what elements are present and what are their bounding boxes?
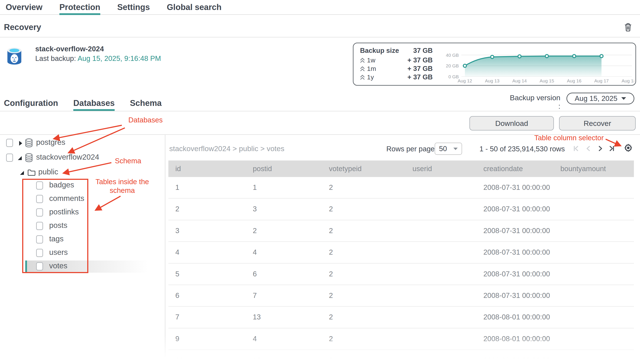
tab-label: Configuration: [4, 98, 58, 108]
folder-icon: [28, 169, 36, 176]
breadcrumb: stackoverflow2024 > public > votes: [169, 144, 284, 153]
rows-per-page-label: Rows per page:: [386, 145, 437, 153]
column-header-votetypeid[interactable]: votetypeid: [329, 160, 362, 177]
backup-version-value: Aug 15, 2025: [575, 94, 617, 103]
cell-creationdate: 2008-08-01 00:00:00: [483, 306, 550, 328]
delta-value: + 37 GB: [407, 65, 433, 73]
caret-down-icon[interactable]: [20, 171, 24, 175]
cell-id: 2: [175, 198, 179, 220]
cell-creationdate: 2008-07-31 00:00:00: [483, 177, 550, 198]
cell-creationdate: 2008-07-31 00:00:00: [483, 198, 550, 220]
delta-period: 1w: [367, 56, 375, 64]
rows-per-page-select[interactable]: 50: [435, 143, 462, 155]
tab-settings[interactable]: Settings: [117, 0, 150, 14]
next-page-button[interactable]: [597, 145, 603, 152]
backup-delta-row: 1y+ 37 GB: [360, 73, 433, 81]
subtab-databases[interactable]: Databases: [73, 96, 115, 110]
chart-data-point: [518, 55, 521, 58]
annotation-rectangle-tables: [22, 179, 88, 273]
tree-item-public[interactable]: public: [0, 166, 165, 179]
cell-id: 4: [175, 242, 179, 263]
tab-global-search[interactable]: Global search: [167, 0, 221, 14]
recover-button[interactable]: Recover: [559, 116, 636, 130]
delta-value: + 37 GB: [407, 73, 433, 81]
subtab-configuration[interactable]: Configuration: [4, 96, 58, 110]
backup-delta-row: 1w+ 37 GB: [360, 56, 433, 64]
cell-votetypeid: 2: [329, 285, 333, 306]
caret-down-icon[interactable]: [18, 156, 22, 160]
cell-votetypeid: 2: [329, 177, 333, 198]
download-button[interactable]: Download: [469, 116, 554, 130]
cell-votetypeid: 2: [329, 220, 333, 241]
cell-postid: 1: [253, 177, 257, 198]
column-header-creationdate[interactable]: creationdate: [483, 160, 523, 177]
table-row[interactable]: 71322008-08-01 00:00:00: [168, 306, 634, 328]
backup-size-panel: Backup size 37 GB 1w+ 37 GB1m+ 37 GB1y+ …: [353, 42, 636, 86]
chart-x-tick: Aug 13: [485, 78, 499, 83]
cell-postid: 3: [253, 198, 257, 220]
annotation-databases: Databases: [128, 116, 163, 124]
checkbox[interactable]: [6, 139, 13, 147]
table-row[interactable]: 3222008-07-31 00:00:00: [168, 220, 634, 242]
chart-x-tick: Aug 17: [594, 78, 609, 83]
double-chevron-up-icon: [360, 58, 365, 63]
double-chevron-up-icon: [360, 74, 365, 80]
tree-item-label: public: [38, 168, 58, 176]
cell-id: 9: [175, 328, 179, 349]
first-page-button[interactable]: [573, 145, 579, 152]
app-window: OverviewProtectionSettingsGlobal search …: [0, 0, 640, 364]
annotation-tables: Tables inside the schema: [92, 178, 153, 195]
chart-x-tick: Aug 18: [621, 78, 634, 83]
tree-item-postgres[interactable]: postgres: [0, 137, 165, 149]
tab-label: Settings: [117, 2, 150, 12]
double-chevron-up-icon: [360, 66, 365, 72]
cell-votetypeid: 2: [329, 350, 333, 364]
cell-id: 10: [175, 350, 183, 364]
previous-page-button[interactable]: [585, 145, 592, 152]
table-header: idpostidvotetypeiduseridcreationdateboun…: [168, 160, 634, 177]
chart-x-tick: Aug 16: [567, 78, 581, 83]
backup-size-title: Backup size: [360, 47, 399, 54]
column-header-id[interactable]: id: [175, 160, 181, 177]
table-row[interactable]: 1122008-07-31 00:00:00: [168, 177, 634, 198]
table-column-selector-button[interactable]: [623, 143, 633, 153]
column-header-userid[interactable]: userid: [412, 160, 432, 177]
annotation-schema: Schema: [115, 156, 141, 165]
annotation-column-selector: Table column selector: [534, 134, 604, 142]
checkbox[interactable]: [6, 154, 13, 162]
table-row[interactable]: 2322008-07-31 00:00:00: [168, 198, 634, 220]
tab-overview[interactable]: Overview: [6, 0, 43, 14]
tab-protection[interactable]: Protection: [59, 0, 100, 14]
table-row[interactable]: 9422008-08-01 00:00:00: [168, 328, 634, 350]
cell-id: 1: [175, 177, 179, 198]
sub-tab-bar: ConfigurationDatabasesSchema: [4, 96, 162, 110]
tab-label: Databases: [73, 98, 115, 108]
table-row[interactable]: 5622008-07-31 00:00:00: [168, 264, 634, 285]
last-page-button[interactable]: [608, 145, 615, 152]
tab-label: Overview: [6, 2, 43, 12]
column-header-postid[interactable]: postid: [253, 160, 272, 177]
chart-y-tick: 40 GB: [446, 52, 459, 58]
column-header-bountyamount[interactable]: bountyamount: [560, 160, 606, 177]
cell-votetypeid: 2: [329, 242, 333, 263]
cell-votetypeid: 2: [329, 306, 333, 328]
tree-item-label: stackoverflow2024: [36, 153, 99, 161]
tab-label: Global search: [167, 2, 221, 12]
caret-right-icon[interactable]: [19, 141, 22, 146]
active-tab-underline: [73, 109, 115, 111]
backup-version-select[interactable]: Aug 15, 2025: [566, 93, 634, 104]
chart-x-tick: Aug 14: [512, 78, 527, 83]
table-row[interactable]: 101322008-08-01 00:00:00: [168, 350, 634, 364]
delete-backup-button[interactable]: [624, 22, 632, 32]
gear-icon: [623, 143, 633, 153]
cell-id: 7: [175, 306, 179, 328]
cell-id: 5: [175, 264, 179, 284]
subtab-schema[interactable]: Schema: [130, 96, 162, 110]
cell-creationdate: 2008-07-31 00:00:00: [483, 220, 550, 241]
cell-postid: 13: [253, 306, 261, 328]
table-row[interactable]: 6722008-07-31 00:00:00: [168, 285, 634, 306]
cell-postid: 6: [253, 264, 257, 284]
backup-version-label: Backup version :: [508, 94, 560, 110]
delta-period: 1y: [367, 74, 374, 81]
table-row[interactable]: 4422008-07-31 00:00:00: [168, 242, 634, 263]
